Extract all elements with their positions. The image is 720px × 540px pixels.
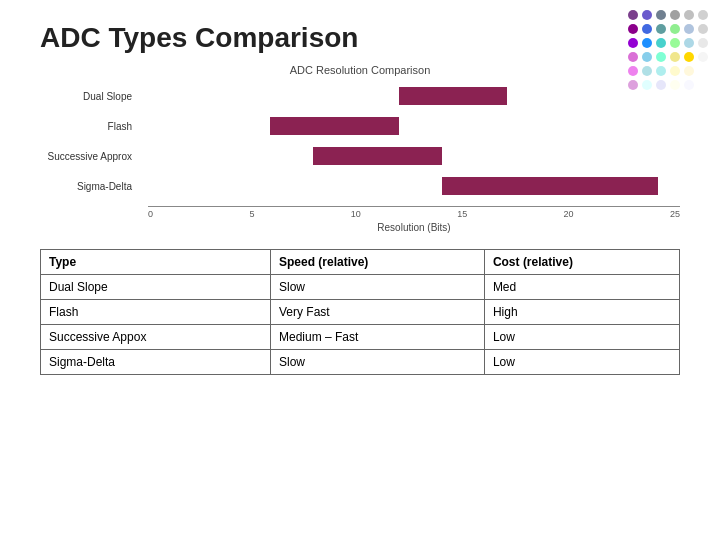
decorative-dot (628, 24, 638, 34)
chart-bar-label: Sigma-Delta (40, 181, 140, 192)
table-cell: Medium – Fast (271, 325, 485, 350)
table-cell: Very Fast (271, 300, 485, 325)
decorative-dot (698, 52, 708, 62)
decorative-dot (642, 66, 652, 76)
chart-container: ADC Resolution Comparison Dual SlopeFlas… (40, 64, 680, 233)
x-tick: 25 (670, 209, 680, 219)
decorative-dot (628, 10, 638, 20)
chart-bar-label: Successive Approx (40, 151, 140, 162)
table-cell: Sigma-Delta (41, 350, 271, 375)
decorative-dot (698, 66, 708, 76)
decorative-dot (670, 52, 680, 62)
table-cell: Successive Appox (41, 325, 271, 350)
decorative-dot (670, 38, 680, 48)
decorative-dot (642, 10, 652, 20)
table-cell: High (484, 300, 679, 325)
decorative-dot (628, 52, 638, 62)
chart-row: Dual Slope (40, 82, 680, 110)
decorative-dot (656, 10, 666, 20)
x-tick: 20 (564, 209, 574, 219)
chart-x-ticks: 0510152025 (148, 206, 680, 219)
decorative-dot (642, 38, 652, 48)
table-cell: Slow (271, 350, 485, 375)
table-row: Sigma-DeltaSlowLow (41, 350, 680, 375)
decorative-dot (698, 38, 708, 48)
chart-bar-area (140, 82, 680, 110)
table-cell: Dual Slope (41, 275, 271, 300)
decorative-dot (684, 66, 694, 76)
x-tick: 10 (351, 209, 361, 219)
table-header-cell: Cost (relative) (484, 250, 679, 275)
table-body: Dual SlopeSlowMedFlashVery FastHighSucce… (41, 275, 680, 375)
table-header-row: TypeSpeed (relative)Cost (relative) (41, 250, 680, 275)
table-header-cell: Type (41, 250, 271, 275)
chart-row: Sigma-Delta (40, 172, 680, 200)
chart-x-label: Resolution (Bits) (148, 222, 680, 233)
chart-bar (442, 177, 658, 195)
chart-area: Dual SlopeFlashSuccessive ApproxSigma-De… (40, 82, 680, 202)
page-title: ADC Types Comparison (0, 0, 720, 64)
x-tick: 0 (148, 209, 153, 219)
table-cell: Med (484, 275, 679, 300)
decorative-dot (656, 66, 666, 76)
decorative-dot (670, 24, 680, 34)
table-row: FlashVery FastHigh (41, 300, 680, 325)
chart-row: Flash (40, 112, 680, 140)
table-cell: Slow (271, 275, 485, 300)
decorative-dot (684, 52, 694, 62)
decorative-dot (656, 52, 666, 62)
decorative-dot (670, 10, 680, 20)
table-row: Successive AppoxMedium – FastLow (41, 325, 680, 350)
decorative-dot (656, 24, 666, 34)
decorative-dot (628, 66, 638, 76)
dots-decoration (628, 10, 710, 92)
chart-bar-area (140, 172, 680, 200)
table-header-cell: Speed (relative) (271, 250, 485, 275)
decorative-dot (656, 38, 666, 48)
chart-bar (270, 117, 400, 135)
table-cell: Low (484, 350, 679, 375)
chart-bar-label: Flash (40, 121, 140, 132)
chart-bar-label: Dual Slope (40, 91, 140, 102)
decorative-dot (642, 24, 652, 34)
chart-title: ADC Resolution Comparison (40, 64, 680, 76)
comparison-table: TypeSpeed (relative)Cost (relative) Dual… (40, 249, 680, 375)
chart-x-axis: 0510152025 (148, 206, 680, 219)
decorative-dot (628, 38, 638, 48)
chart-row: Successive Approx (40, 142, 680, 170)
decorative-dot (642, 52, 652, 62)
chart-bar (399, 87, 507, 105)
chart-bar-area (140, 112, 680, 140)
decorative-dot (684, 10, 694, 20)
chart-bar-area (140, 142, 680, 170)
table-row: Dual SlopeSlowMed (41, 275, 680, 300)
decorative-dot (684, 24, 694, 34)
x-tick: 15 (457, 209, 467, 219)
decorative-dot (670, 66, 680, 76)
table-cell: Low (484, 325, 679, 350)
decorative-dot (698, 10, 708, 20)
decorative-dot (684, 38, 694, 48)
table-cell: Flash (41, 300, 271, 325)
decorative-dot (698, 80, 708, 90)
decorative-dot (698, 24, 708, 34)
chart-bar (313, 147, 443, 165)
x-tick: 5 (249, 209, 254, 219)
decorative-dot (684, 80, 694, 90)
